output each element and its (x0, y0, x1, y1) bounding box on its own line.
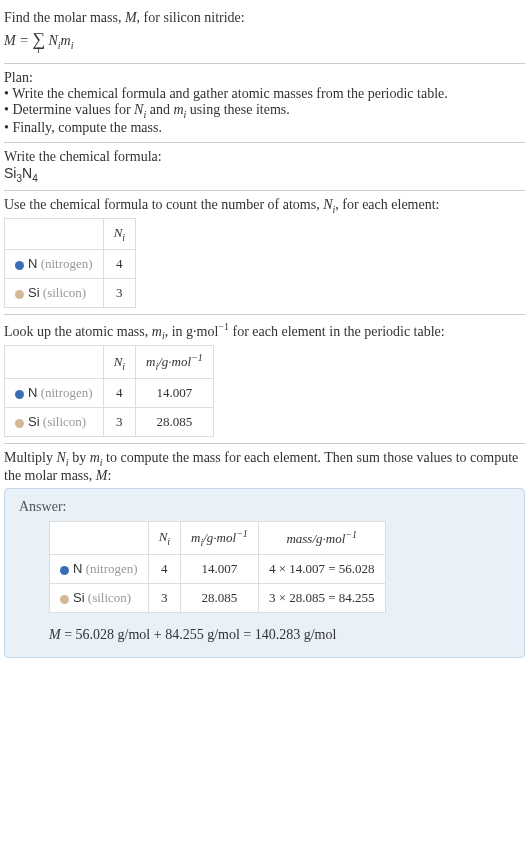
element-name: (silicon) (43, 414, 86, 429)
element-cell: Si (silicon) (50, 584, 149, 613)
element-symbol: Si (73, 590, 85, 605)
multiply-text: Multiply Ni by mi to compute the mass fo… (4, 450, 525, 484)
count-value: 3 (148, 584, 180, 613)
plan-b2-post: using these items. (186, 102, 289, 117)
table-header-row: Ni (5, 219, 136, 250)
element-cell: N (nitrogen) (5, 249, 104, 278)
table-row: N (nitrogen) 4 14.007 (5, 379, 214, 408)
multiply-section: Multiply Ni by mi to compute the mass fo… (4, 443, 525, 664)
count-value: 4 (103, 249, 135, 278)
col-N-text: N (114, 354, 123, 369)
chem-header: Write the chemical formula: (4, 149, 525, 165)
formula-M: M (4, 33, 16, 48)
mult-N: N (57, 450, 66, 465)
col-N-text: N (114, 225, 123, 240)
answer-title: Answer: (19, 499, 510, 515)
atomic-mass-section: Look up the atomic mass, mi, in g·mol−1 … (4, 314, 525, 443)
element-dot-icon (60, 566, 69, 575)
col-Ni: Ni (103, 219, 135, 250)
answer-table: Ni mi/g·mol−1 mass/g·mol−1 N (nitrogen) … (49, 521, 386, 613)
count-section: Use the chemical formula to count the nu… (4, 190, 525, 314)
count-value: 4 (148, 555, 180, 584)
col-Ni: Ni (103, 346, 135, 379)
mass-header-post: for each element in the periodic table: (229, 324, 445, 339)
plan-b2-pre: • Determine values for (4, 102, 134, 117)
count-value: 3 (103, 408, 135, 437)
mass-value: 28.085 (136, 408, 214, 437)
molar-mass-formula: M = ∑i Nimi (4, 26, 525, 57)
col-mi: mi/g·mol−1 (136, 346, 214, 379)
chem-n-sub: 4 (32, 173, 38, 184)
plan-bullet-3: • Finally, compute the mass. (4, 120, 525, 136)
plan-header: Plan: (4, 70, 525, 86)
element-name: (nitrogen) (41, 256, 93, 271)
formula-m-sub: i (71, 40, 74, 51)
mult-post2: : (107, 468, 111, 483)
col-mass-text: mass/g·mol (286, 531, 345, 546)
table-row: Si (silicon) 3 28.085 3 × 28.085 = 84.25… (50, 584, 386, 613)
element-symbol: Si (28, 285, 40, 300)
mass-header-pre: Look up the atomic mass, (4, 324, 152, 339)
count-header-var: N (323, 197, 332, 212)
col-m-unit: /g·mol (203, 530, 236, 545)
element-symbol: Si (28, 414, 40, 429)
element-symbol: N (73, 561, 82, 576)
element-name: (nitrogen) (86, 561, 138, 576)
final-M: M (49, 627, 61, 642)
count-table: Ni N (nitrogen) 4 Si (silicon) 3 (4, 218, 136, 308)
col-N-sub: i (122, 360, 125, 371)
mass-value: 14.007 (181, 555, 259, 584)
element-symbol: N (28, 256, 37, 271)
col-N-text: N (159, 529, 168, 544)
sum-symbol: ∑i (32, 28, 45, 55)
final-eq: = 56.028 g/mol + 84.255 g/mol = 140.283 … (61, 627, 337, 642)
col-Ni: Ni (148, 522, 180, 555)
element-name: (silicon) (88, 590, 131, 605)
mass-value: 28.085 (181, 584, 259, 613)
count-header: Use the chemical formula to count the nu… (4, 197, 525, 215)
intro-line1: Find the molar mass, M, for silicon nitr… (4, 10, 525, 26)
plan-b2-m: m (173, 102, 183, 117)
col-N-sub: i (122, 232, 125, 243)
col-mass: mass/g·mol−1 (258, 522, 385, 555)
element-dot-icon (60, 595, 69, 604)
formula-N: N (48, 33, 57, 48)
element-dot-icon (15, 419, 24, 428)
element-cell: Si (silicon) (5, 278, 104, 307)
mult-pre: Multiply (4, 450, 57, 465)
formula-eq: = (16, 33, 32, 48)
chem-si: Si (4, 165, 16, 181)
plan-bullet-1: • Write the chemical formula and gather … (4, 86, 525, 102)
count-value: 3 (103, 278, 135, 307)
empty-header (5, 219, 104, 250)
table-row: Si (silicon) 3 28.085 (5, 408, 214, 437)
table-row: N (nitrogen) 4 14.007 4 × 14.007 = 56.02… (50, 555, 386, 584)
count-value: 4 (103, 379, 135, 408)
plan-section: Plan: • Write the chemical formula and g… (4, 63, 525, 142)
count-header-pre: Use the chemical formula to count the nu… (4, 197, 323, 212)
mass-header-mid: , in g·mol (165, 324, 219, 339)
element-cell: N (nitrogen) (5, 379, 104, 408)
mass-header-m: m (152, 324, 162, 339)
element-dot-icon (15, 290, 24, 299)
calc-value: 3 × 28.085 = 84.255 (258, 584, 385, 613)
mass-header: Look up the atomic mass, mi, in g·mol−1 … (4, 321, 525, 341)
element-name: (nitrogen) (41, 385, 93, 400)
count-header-post: , for each element: (335, 197, 439, 212)
element-dot-icon (15, 390, 24, 399)
formula-m: m (61, 33, 71, 48)
table-header-row: Ni mi/g·mol−1 (5, 346, 214, 379)
element-cell: Si (silicon) (5, 408, 104, 437)
chemical-formula: Si3N4 (4, 165, 525, 184)
table-header-row: Ni mi/g·mol−1 mass/g·mol−1 (50, 522, 386, 555)
col-m-exp: −1 (191, 352, 203, 363)
col-mi: mi/g·mol−1 (181, 522, 259, 555)
empty-header (50, 522, 149, 555)
intro-var-M: M (125, 10, 137, 25)
element-symbol: N (28, 385, 37, 400)
mult-mid: by (69, 450, 90, 465)
answer-box: Answer: Ni mi/g·mol−1 mass/g·mol−1 N (ni… (4, 488, 525, 658)
plan-b2-mid: and (146, 102, 173, 117)
empty-header (5, 346, 104, 379)
col-mass-exp: −1 (345, 529, 357, 540)
